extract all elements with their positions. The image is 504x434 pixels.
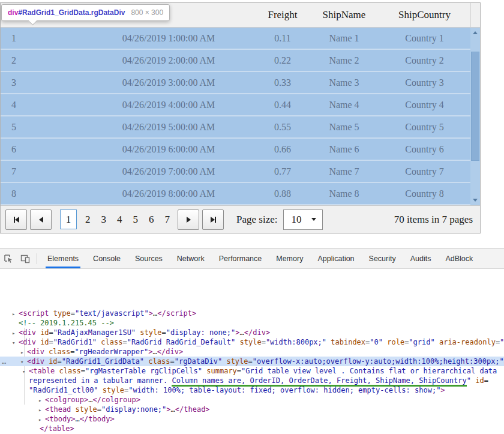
dom-node[interactable]: ▸<div id="RadAjaxManager1SU" style="disp… xyxy=(0,328,504,337)
table-row[interactable]: 504/26/2019 5:00:00 AM0.55Name 5Country … xyxy=(1,116,480,139)
code-token: <div xyxy=(19,328,36,337)
code-token: "grid" xyxy=(409,338,434,346)
inspect-tooltip: div#RadGrid1_GridData.rgDataDiv 800 × 30… xyxy=(1,4,170,21)
expand-arrow-icon[interactable]: ▸ xyxy=(38,405,45,415)
cell-order_date: 04/26/2019 8:00:00 AM xyxy=(82,188,256,199)
current-page-number[interactable]: 1 xyxy=(60,209,77,229)
header-cell-2[interactable]: Freight xyxy=(256,3,310,27)
tab-memory[interactable]: Memory xyxy=(269,249,310,268)
code-token: tabindex xyxy=(326,338,365,346)
cell-order_id: 2 xyxy=(1,55,82,66)
dropdown-arrow-icon xyxy=(311,218,316,221)
page-size-label: Page size: xyxy=(236,214,277,226)
table-row[interactable]: 104/26/2019 1:00:00 AM0.11Name 1Country … xyxy=(1,28,480,50)
code-token: "true" xyxy=(500,338,504,346)
table-row[interactable]: 804/26/2019 8:00:00 AM0.88Name 8Country … xyxy=(1,183,480,205)
table-row[interactable]: 604/26/2019 6:00:00 AM0.66Name 6Country … xyxy=(1,139,480,161)
dom-node[interactable]: ▸<colgroup>…</colgroup> xyxy=(0,395,504,405)
page-number-7[interactable]: 7 xyxy=(165,214,170,226)
code-token: summary xyxy=(202,367,237,375)
expand-arrow-icon[interactable]: ▸ xyxy=(38,415,45,424)
rad-grid: FreightShipNameShipCountry 104/26/2019 1… xyxy=(0,2,481,234)
code-token: </colgroup> xyxy=(92,396,140,404)
dom-node[interactable]: ▾<table class="rgMasterTable rgClipCells… xyxy=(0,366,504,376)
devtools-toolbar: ElementsConsoleSourcesNetworkPerformance… xyxy=(0,249,504,269)
code-token: </div> xyxy=(157,348,183,356)
dom-node[interactable]: <!-- 2019.1.215.45 --> xyxy=(0,318,504,328)
code-token: = xyxy=(248,357,253,366)
table-row[interactable]: 304/26/2019 3:00:00 AM0.33Name 3Country … xyxy=(1,72,480,94)
code-token: = xyxy=(170,357,174,366)
code-token: … xyxy=(171,405,175,414)
last-page-button[interactable] xyxy=(202,209,224,230)
next-page-button[interactable] xyxy=(178,209,199,230)
cell-ship_country: Country 1 xyxy=(379,33,470,44)
scrollbar-thumb[interactable] xyxy=(471,52,479,161)
dom-node[interactable]: ▸<thead style="display:none;">…</thead> xyxy=(0,405,504,414)
inspect-icon[interactable] xyxy=(0,249,17,268)
device-toolbar-icon[interactable] xyxy=(17,249,34,268)
code-token: </thead> xyxy=(175,405,210,414)
table-row[interactable]: 704/26/2019 7:00:00 AM0.77Name 7Country … xyxy=(1,161,480,183)
tooltip-tag-name: div xyxy=(8,8,18,17)
page-number-3[interactable]: 3 xyxy=(101,214,107,226)
expand-arrow-icon[interactable]: ▾ xyxy=(22,367,29,376)
header-cell-4[interactable]: ShipCountry xyxy=(379,3,470,27)
code-token: represented in a tabular manner. xyxy=(29,376,172,385)
expand-arrow-icon[interactable]: ▸ xyxy=(12,309,19,319)
cell-order_date: 04/26/2019 7:00:00 AM xyxy=(82,166,256,177)
expand-arrow-icon[interactable]: ▸ xyxy=(38,396,45,405)
dom-node[interactable]: ▸<script type="text/javascript">…</scrip… xyxy=(0,309,504,318)
code-token: = xyxy=(49,328,53,337)
expand-arrow-icon[interactable]: ▸ xyxy=(12,328,19,338)
code-token: = xyxy=(97,405,101,414)
tab-audits[interactable]: Audits xyxy=(403,249,439,268)
code-token: class xyxy=(144,357,170,366)
pager-status: 70 items in 7 pages xyxy=(394,214,473,226)
table-row[interactable]: 404/26/2019 4:00:00 AM0.44Name 4Country … xyxy=(1,94,480,116)
expand-arrow-icon[interactable]: ▾ xyxy=(12,338,19,348)
tab-performance[interactable]: Performance xyxy=(212,249,269,268)
code-token: "width: 100%; table-layout: fixed; overf… xyxy=(128,386,440,394)
code-token: <div xyxy=(27,348,44,356)
page-number-4[interactable]: 4 xyxy=(117,214,122,226)
tab-sources[interactable]: Sources xyxy=(128,249,170,268)
cell-order_id: 5 xyxy=(1,122,82,133)
dom-node[interactable]: "RadGrid1_ctl00" style="width: 100%; tab… xyxy=(0,385,504,395)
scrollbar-down-button[interactable] xyxy=(470,195,480,205)
tooltip-dimensions: 800 × 300 xyxy=(131,8,163,17)
prev-page-button[interactable] xyxy=(30,209,52,230)
expand-arrow-icon[interactable]: ▸ xyxy=(20,348,27,357)
dom-node[interactable]: ▸<tbody>…</tbody> xyxy=(0,414,504,424)
scrollbar-up-button[interactable] xyxy=(470,28,480,38)
vertical-scrollbar[interactable] xyxy=(470,28,480,205)
tab-console[interactable]: Console xyxy=(86,249,128,268)
dom-node[interactable]: …▾<div id="RadGrid1_GridData" class="rgD… xyxy=(0,357,504,366)
code-token: "RadGrid RadGrid_Default" xyxy=(127,338,236,346)
scroll-up-icon xyxy=(473,31,478,34)
page-number-2[interactable]: 2 xyxy=(85,214,91,226)
table-row[interactable]: 204/26/2019 2:00:00 AM0.22Name 2Country … xyxy=(1,50,480,72)
dom-node[interactable]: ▾<div id="RadGrid1" class="RadGrid RadGr… xyxy=(0,337,504,347)
tab-adblock[interactable]: AdBlock xyxy=(438,249,480,268)
page-number-5[interactable]: 5 xyxy=(133,214,139,226)
cell-freight: 0.55 xyxy=(256,122,310,133)
tab-network[interactable]: Network xyxy=(170,249,212,268)
first-page-button[interactable] xyxy=(5,209,27,230)
tab-security[interactable]: Security xyxy=(362,249,403,268)
tab-application[interactable]: Application xyxy=(310,249,361,268)
code-token: > xyxy=(440,386,445,394)
page-size-value: 10 xyxy=(284,214,301,226)
expand-arrow-icon[interactable]: ▾ xyxy=(20,357,27,367)
tab-elements[interactable]: Elements xyxy=(40,249,86,268)
page-size-dropdown[interactable]: 10 xyxy=(283,209,323,230)
code-token: > xyxy=(149,309,153,318)
devtools-panel: ElementsConsoleSourcesNetworkPerformance… xyxy=(0,249,504,434)
last-page-icon xyxy=(215,217,216,223)
scroll-down-icon xyxy=(473,199,478,202)
dom-node[interactable]: ▸<div class="rgHeaderWrapper">…</div> xyxy=(0,347,504,357)
dom-node[interactable]: </table> xyxy=(0,424,504,433)
dom-node[interactable]: represented in a tabular manner. Column … xyxy=(0,376,504,385)
header-cell-3[interactable]: ShipName xyxy=(310,3,379,27)
page-number-6[interactable]: 6 xyxy=(149,214,154,226)
